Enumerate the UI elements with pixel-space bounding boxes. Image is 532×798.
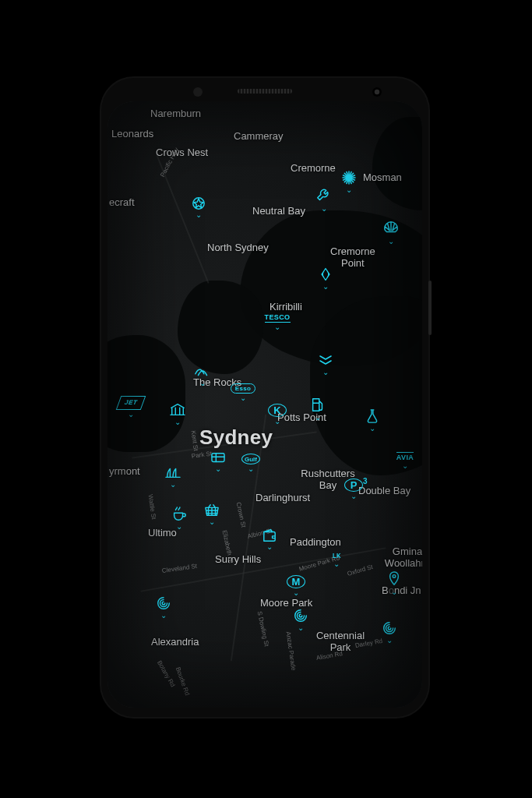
suburb-label-ecraft: ecraft [109, 196, 135, 208]
lukoil-label: LK [333, 552, 341, 560]
suburb-label-moorepark: Moore Park [260, 597, 312, 609]
svg-point-3 [393, 575, 396, 578]
chevron-down-icon: ⌄ [346, 187, 352, 193]
poi-brand1[interactable]: ⌄ [209, 452, 227, 471]
chevron-icon [315, 352, 336, 368]
chevron-down-icon: ⌄ [240, 395, 246, 401]
shell-icon [381, 220, 401, 237]
poi-wallet[interactable]: ⌄ [260, 528, 279, 547]
chevron-down-icon: ⌄ [388, 238, 394, 245]
chevron-down-icon: ⌄ [160, 613, 167, 619]
poi-avia[interactable]: AVIA⌄ [396, 452, 414, 471]
avia-label: AVIA [396, 452, 414, 461]
jet-label: JET [118, 396, 143, 410]
poi-lukoil[interactable]: LK⌄ [327, 552, 346, 570]
svg-rect-2 [212, 454, 224, 462]
esso-label: Esso [231, 383, 256, 394]
poi-cup[interactable]: ⌄ [170, 507, 188, 525]
poi-burst[interactable]: ⌄ [340, 170, 358, 189]
suburb-label-darlinghurst: Darlinghurst [255, 492, 310, 503]
parking-icon: P [344, 478, 363, 492]
chevron-down-icon: ⌄ [315, 415, 321, 421]
suburb-label-yrmont: yrmont [109, 465, 140, 477]
swirl1-icon [153, 595, 174, 611]
basket-icon [202, 503, 222, 517]
m-icon: M [287, 575, 305, 588]
chevron-down-icon: ⌄ [196, 212, 202, 218]
chevron-down-icon: ⌄ [369, 425, 375, 432]
poi-jet[interactable]: JET⌄ [122, 396, 140, 415]
chevron-down-icon: ⌄ [128, 411, 134, 418]
poi-m[interactable]: M⌄ [287, 575, 305, 594]
wrench-icon [314, 187, 334, 204]
map-canvas[interactable]: NaremburnLeonardsCrows NestCammerayCremo… [107, 101, 422, 708]
poi-wrench[interactable]: ⌄ [315, 187, 333, 206]
cup-icon [169, 507, 189, 522]
tesco-label: TESCO [265, 313, 291, 323]
chevron-down-icon: ⌄ [402, 463, 408, 469]
chevron-down-icon: ⌄ [215, 466, 221, 472]
suburb-label-doublebay: Double Bay [358, 485, 410, 496]
poi-parking[interactable]: P⌄ [344, 478, 363, 497]
chevron-down-icon: ⌄ [274, 418, 280, 425]
star-icon [188, 196, 209, 210]
map-water [107, 335, 185, 452]
suburb-label-alexandria: Alexandria [151, 636, 199, 648]
chevron-down-icon: ⌄ [266, 544, 273, 550]
poi-chevron[interactable]: ⌄ [316, 352, 335, 371]
chevron-down-icon: ⌄ [176, 524, 182, 530]
chevron-down-icon: ⌄ [174, 419, 181, 425]
city-label: Sydney [199, 425, 273, 450]
poi-fins[interactable]: ⌄ [164, 464, 182, 483]
chevron-down-icon: ⌄ [298, 625, 304, 631]
suburb-label-mosman: Mosman [363, 171, 402, 183]
poi-basket[interactable]: ⌄ [203, 503, 221, 522]
poi-k[interactable]: K⌄ [268, 404, 287, 422]
pin-icon [384, 570, 404, 588]
poi-gulf[interactable]: Gulf⌄ [241, 454, 260, 472]
swirl3-icon [379, 620, 400, 636]
poi-wave[interactable]: ⌄ [193, 365, 212, 383]
chevron-down-icon: ⌄ [293, 590, 299, 596]
poi-carrefour[interactable]: ⌄ [316, 267, 335, 285]
suburb-label-paddington: Paddington [290, 536, 341, 548]
suburb-label-neutralbay: Neutral Bay [252, 205, 305, 217]
poi-tesco[interactable]: TESCO⌄ [268, 313, 287, 332]
flask-icon [362, 408, 382, 424]
poi-bank[interactable]: ⌄ [168, 402, 187, 421]
poi-star[interactable]: ⌄ [189, 196, 208, 215]
poi-pin[interactable]: ⌄ [385, 570, 403, 589]
pump-icon [308, 396, 328, 413]
poi-swirl3[interactable]: ⌄ [380, 620, 399, 639]
poi-flask[interactable]: ⌄ [363, 408, 382, 427]
chevron-down-icon: ⌄ [322, 369, 329, 376]
swirl2-icon [291, 608, 311, 623]
burst-icon [339, 170, 359, 185]
fins-icon [163, 464, 183, 480]
chevron-down-icon: ⌄ [248, 466, 254, 472]
gulf-icon: Gulf [241, 454, 260, 464]
chevron-down-icon: ⌄ [274, 324, 280, 330]
phone-side-button [428, 281, 432, 335]
poi-shell[interactable]: ⌄ [382, 220, 400, 238]
chevron-down-icon: ⌄ [321, 206, 327, 212]
poi-swirl1[interactable]: ⌄ [154, 595, 173, 614]
poi-badge: 3 [363, 477, 368, 486]
suburb-label-surryhills: Surry Hills [215, 553, 261, 565]
suburb-label-woollahra: GminaWoollahra [372, 546, 422, 569]
suburb-label-cremorne: Cremorne [291, 162, 336, 174]
k-icon: K [268, 404, 287, 417]
chevron-down-icon: ⌄ [386, 637, 393, 644]
chevron-down-icon: ⌄ [199, 380, 206, 387]
poi-esso[interactable]: Esso⌄ [234, 383, 252, 402]
bank-icon [167, 402, 188, 418]
map-water [178, 281, 263, 374]
suburb-label-naremburn: Naremburn [150, 108, 201, 119]
phone-frame: NaremburnLeonardsCrows NestCammerayCremo… [101, 78, 428, 717]
chevron-down-icon: ⌄ [209, 519, 215, 525]
poi-swirl2[interactable]: ⌄ [291, 608, 310, 627]
suburb-label-cremornept: CremornePoint [330, 245, 375, 269]
poi-pump[interactable]: ⌄ [308, 396, 327, 415]
suburb-label-kirribilli: Kirribilli [270, 301, 302, 312]
chevron-down-icon: ⌄ [322, 284, 329, 290]
